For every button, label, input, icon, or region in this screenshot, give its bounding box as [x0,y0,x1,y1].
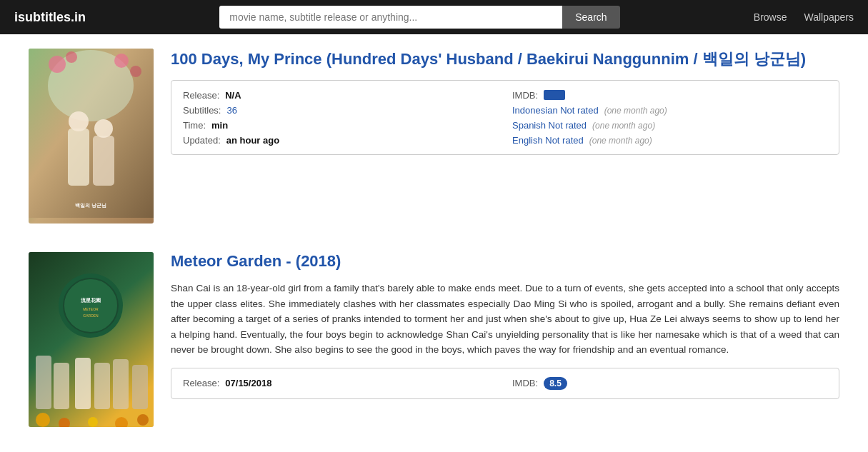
movie-entry-meteor: 流星花園 METEOR GARDEN Meteor Garden - (2018… [29,252,839,427]
search-input[interactable] [219,6,562,29]
release-label: Release: [183,90,219,101]
main-content: 백일의 낭군님 100 Days, My Prince (Hundred Day… [0,34,868,452]
english-subtitle-link[interactable]: English Not rated [512,135,584,146]
svg-point-3 [66,51,77,63]
imdb-row: IMDB: [512,89,827,101]
header-nav: Browse Wallpapers [754,11,854,23]
imdb-row-meteor: IMDB: 8.5 [512,377,827,390]
movie-title-100days[interactable]: 100 Days, My Prince (Hundred Days' Husba… [171,49,839,70]
svg-rect-6 [68,129,89,186]
site-logo[interactable]: isubtitles.in [14,10,86,25]
svg-rect-20 [94,363,110,409]
header: isubtitles.in Search Browse Wallpapers [0,0,868,34]
updated-label: Updated: [183,135,221,146]
svg-point-8 [69,111,89,131]
indonesian-subtitle-time: (one month ago) [604,106,667,116]
imdb-label-meteor: IMDB: [512,378,538,388]
imdb-badge-meteor: 8.5 [544,377,567,390]
svg-point-5 [130,66,141,77]
movie-title-meteor[interactable]: Meteor Garden - (2018) [171,252,839,271]
movie-poster-100days: 백일의 낭군님 [29,49,154,224]
release-label-meteor: Release: [183,378,219,388]
movie-entry-100days: 백일의 낭군님 100 Days, My Prince (Hundred Day… [29,49,839,224]
release-row-meteor: Release: 07/15/2018 [183,377,498,390]
movie-poster-meteor: 流星花園 METEOR GARDEN [29,252,154,427]
subtitles-label: Subtitles: [183,105,221,116]
updated-row: Updated: an hour ago [183,135,498,146]
movie-description-meteor: Shan Cai is an 18-year-old girl from a f… [171,281,839,358]
release-value: N/A [225,90,241,101]
spanish-subtitle-link[interactable]: Spanish Not rated [512,120,587,131]
updated-value: an hour ago [226,135,279,146]
svg-rect-22 [132,365,148,409]
browse-nav-item[interactable]: Browse [754,11,787,23]
wallpapers-nav-item[interactable]: Wallpapers [804,11,854,23]
subtitles-row: Subtitles: 36 [183,105,498,116]
details-box-meteor: Release: 07/15/2018 IMDB: 8.5 [171,368,839,399]
svg-text:GARDEN: GARDEN [83,313,99,318]
svg-text:백일의 낭군님: 백일의 낭군님 [75,203,106,209]
svg-text:METEOR: METEOR [83,307,99,311]
spanish-link-row: Spanish Not rated (one month ago) [512,120,827,131]
svg-point-13 [64,278,118,333]
english-link-row: English Not rated (one month ago) [512,135,827,146]
search-wrapper: Search [97,6,742,29]
movie-info-meteor: Meteor Garden - (2018) Shan Cai is an 18… [171,252,839,399]
indonesian-subtitle-link[interactable]: Indonesian Not rated [512,105,599,116]
time-label: Time: [183,120,206,131]
details-box-100days: Release: N/A IMDB: Subtitles: 36 Indones… [171,80,839,155]
indonesian-link-row: Indonesian Not rated (one month ago) [512,105,827,116]
svg-rect-18 [54,363,69,409]
svg-point-4 [114,54,129,68]
svg-rect-17 [36,356,51,409]
svg-point-23 [36,413,50,427]
svg-rect-19 [75,358,91,409]
english-subtitle-time: (one month ago) [589,136,652,146]
svg-point-9 [94,119,113,138]
svg-rect-21 [113,359,129,409]
release-row: Release: N/A [183,89,498,101]
imdb-label: IMDB: [512,90,538,101]
svg-point-27 [137,414,149,426]
svg-rect-7 [93,136,114,186]
time-row: Time: min [183,120,498,131]
svg-point-25 [88,417,98,427]
search-button[interactable]: Search [562,6,619,29]
movie-info-100days: 100 Days, My Prince (Hundred Days' Husba… [171,49,839,155]
imdb-bar [544,90,565,100]
subtitles-value[interactable]: 36 [226,105,236,116]
svg-text:流星花園: 流星花園 [81,297,101,303]
time-value: min [211,120,228,131]
svg-point-2 [49,56,66,73]
release-value-meteor: 07/15/2018 [225,378,271,388]
spanish-subtitle-time: (one month ago) [592,121,655,131]
